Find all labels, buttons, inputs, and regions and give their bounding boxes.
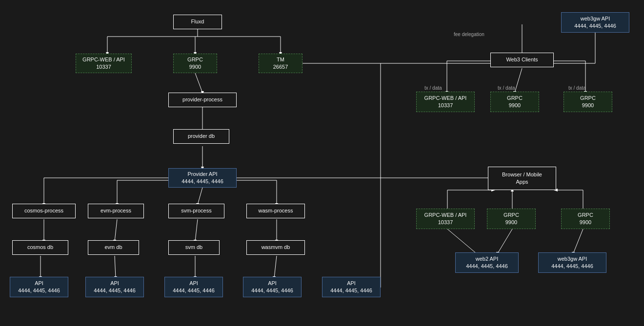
svg-line-27 bbox=[115, 219, 117, 241]
svg-line-8 bbox=[195, 73, 202, 93]
architecture-diagram: fee delegation tx / data tx / data tx / … bbox=[0, 0, 644, 326]
api-wasm-node: API 4444, 4445, 4446 bbox=[243, 277, 302, 297]
grpc-9900-web3b-node: GRPC 9900 bbox=[564, 92, 612, 112]
web2-api-node: web2 API 4444, 4445, 4446 bbox=[455, 252, 519, 273]
grpc-9900-browser2-node: GRPC 9900 bbox=[561, 209, 610, 229]
tx-data-label-3: tx / data bbox=[568, 85, 586, 91]
tm-26657-node: TM 26657 bbox=[259, 54, 302, 73]
svm-db-node: svm db bbox=[168, 240, 220, 255]
svg-line-29 bbox=[195, 219, 198, 241]
fee-delegation-label: fee delegation bbox=[454, 32, 484, 37]
svg-line-73 bbox=[573, 229, 583, 253]
provider-process-node: provider-process bbox=[168, 93, 237, 107]
tx-data-label-2: tx / data bbox=[498, 85, 515, 91]
evm-db-node: evm db bbox=[88, 240, 139, 255]
svg-line-71 bbox=[498, 229, 512, 253]
grpc-web-api-web3-node: GRPC-WEB / API 10337 bbox=[416, 92, 475, 112]
web3gw-api-top-node: web3gw API 4444, 4445, 4446 bbox=[561, 12, 629, 33]
grpc-web-api-browser-node: GRPC-WEB / API 10337 bbox=[416, 209, 475, 229]
provider-db-node: provider db bbox=[173, 129, 229, 144]
svg-line-39 bbox=[274, 256, 277, 278]
svg-line-53 bbox=[515, 68, 522, 93]
provider-api-node: Provider API 4444, 4445, 4446 bbox=[168, 168, 237, 188]
api-svm-node: API 4444, 4445, 4446 bbox=[164, 277, 223, 297]
cosmos-process-node: cosmos-process bbox=[12, 204, 76, 218]
browser-mobile-apps-node: Browser / Mobile Apps bbox=[488, 167, 556, 190]
web3gw-api-bottom-node: web3gw API 4444, 4445, 4446 bbox=[538, 252, 606, 273]
grpc-web-api-left-node: GRPC-WEB / API 10337 bbox=[76, 54, 132, 73]
svg-line-35 bbox=[115, 256, 116, 278]
wasmvm-db-node: wasmvm db bbox=[246, 240, 305, 255]
grpc-9900-left-node: GRPC 9900 bbox=[173, 54, 217, 73]
tx-data-label-1: tx / data bbox=[424, 85, 442, 91]
grpc-9900-browser-node: GRPC 9900 bbox=[487, 209, 536, 229]
api-evm-node: API 4444, 4445, 4446 bbox=[85, 277, 144, 297]
web3-clients-node: Web3 Clients bbox=[490, 53, 554, 67]
evm-process-node: evm-process bbox=[88, 204, 144, 218]
wasm-process-node: wasm-process bbox=[246, 204, 305, 218]
svm-process-node: svm-process bbox=[168, 204, 224, 218]
cosmos-db-node: cosmos db bbox=[12, 240, 68, 255]
grpc-9900-web3-node: GRPC 9900 bbox=[490, 92, 539, 112]
api-cosmos-node: API 4444, 4445, 4446 bbox=[10, 277, 68, 297]
api-wasm2-node: API 4444, 4445, 4446 bbox=[322, 277, 381, 297]
svg-line-20 bbox=[198, 188, 202, 205]
fluxd-node: Fluxd bbox=[173, 15, 222, 29]
